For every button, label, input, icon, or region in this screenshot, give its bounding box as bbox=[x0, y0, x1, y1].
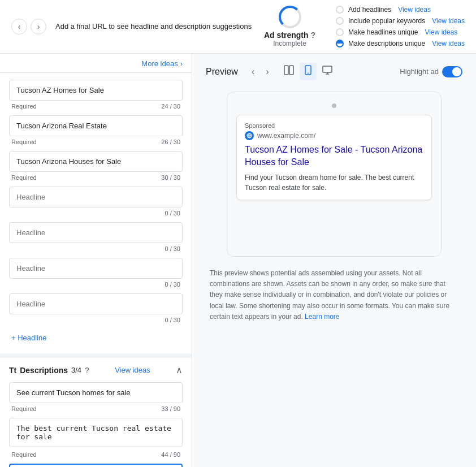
checklist-radio-2 bbox=[336, 17, 344, 25]
desc-badge: 3/4 bbox=[71, 366, 81, 374]
headline-field-1: Required 24 / 30 bbox=[9, 80, 183, 111]
checklist-item-unique-desc: Make descriptions unique View ideas bbox=[336, 40, 465, 47]
checklist-label-4: Make descriptions unique bbox=[348, 40, 425, 47]
checklist-link-4[interactable]: View ideas bbox=[432, 40, 465, 47]
desc-collapse-button[interactable]: ∧ bbox=[176, 365, 183, 375]
desc-view-ideas-link[interactable]: View ideas bbox=[115, 366, 150, 374]
ad-url: www.example.com/ bbox=[257, 132, 315, 140]
preview-nav-next[interactable]: › bbox=[263, 64, 271, 79]
headline-field-2: Required 26 / 30 bbox=[9, 115, 183, 146]
top-bar: ‹ › Add a final URL to see headline and … bbox=[0, 0, 476, 54]
checklist-label-3: Make headlines unique bbox=[348, 28, 418, 36]
highlight-ad-control: Highlight ad bbox=[400, 66, 462, 77]
instruction-text: Add a final URL to see headline and desc… bbox=[55, 21, 255, 32]
headline-field-4: 0 / 30 bbox=[9, 187, 183, 218]
headline-field-5: 0 / 30 bbox=[9, 222, 183, 253]
main-layout: More ideas › Required 24 / 30 Required 2… bbox=[0, 54, 476, 467]
checklist-item-unique-headlines: Make headlines unique View ideas bbox=[336, 28, 465, 36]
headline-2-count: 26 / 30 bbox=[161, 139, 180, 145]
left-panel: More ideas › Required 24 / 30 Required 2… bbox=[0, 54, 192, 467]
ad-strength-info-icon[interactable]: ? bbox=[311, 31, 316, 40]
headline-7-count: 0 / 30 bbox=[165, 317, 180, 323]
view-split-button[interactable] bbox=[280, 63, 297, 80]
highlight-ad-label: Highlight ad bbox=[400, 67, 439, 76]
preview-title: Preview bbox=[206, 67, 238, 77]
right-panel: Preview ‹ › Highlight ad bbox=[192, 54, 476, 467]
headline-5-count: 0 / 30 bbox=[165, 245, 180, 252]
headline-input-4[interactable] bbox=[9, 187, 183, 207]
globe-icon bbox=[245, 131, 254, 140]
checklist-link-1[interactable]: View ideas bbox=[398, 6, 431, 14]
desc-info-icon[interactable]: ? bbox=[85, 366, 89, 375]
desc-2-count: 44 / 90 bbox=[161, 451, 180, 458]
sponsored-label: Sponsored bbox=[245, 122, 423, 129]
desc-1-required: Required bbox=[11, 405, 37, 412]
desc-title: Descriptions bbox=[20, 366, 68, 375]
more-ideas-link[interactable]: More ideas › bbox=[141, 59, 183, 68]
ad-description: Find your Tucson dream home for sale. Th… bbox=[245, 172, 423, 193]
headline-3-count: 30 / 30 bbox=[161, 174, 180, 181]
headline-input-2[interactable] bbox=[9, 115, 183, 136]
phone-mockup: Sponsored www.example.com/ Tucson AZ Hom… bbox=[227, 92, 441, 256]
view-desktop-button[interactable] bbox=[319, 63, 336, 80]
ad-url-row: www.example.com/ bbox=[245, 131, 423, 140]
headline-input-3[interactable] bbox=[9, 151, 183, 172]
preview-view-buttons bbox=[280, 63, 336, 80]
headline-field-3: Required 30 / 30 bbox=[9, 151, 183, 182]
checklist: Add headlines View ideas Include popular… bbox=[336, 6, 465, 47]
headline-input-1[interactable] bbox=[9, 80, 183, 101]
nav-arrows: ‹ › bbox=[11, 19, 46, 34]
headline-1-count: 24 / 30 bbox=[161, 103, 180, 110]
checklist-label-2: Include popular keywords bbox=[348, 17, 425, 25]
headline-fields: Required 24 / 30 Required 26 / 30 Requir… bbox=[0, 73, 192, 353]
ad-strength-section: Ad strength ? Incomplete bbox=[264, 6, 315, 47]
headline-field-7: 0 / 30 bbox=[9, 293, 183, 325]
headline-input-6[interactable] bbox=[9, 258, 183, 279]
headline-input-5[interactable] bbox=[9, 222, 183, 243]
desc-1-count: 33 / 90 bbox=[161, 405, 180, 412]
nav-prev-button[interactable]: ‹ bbox=[11, 19, 27, 34]
desc-field-2: The best current Tucson real estate for … bbox=[9, 418, 183, 459]
ad-strength-status: Incomplete bbox=[273, 40, 306, 47]
svg-rect-0 bbox=[284, 66, 288, 75]
ad-headline: Tucson AZ Homes for Sale - Tucson Arizon… bbox=[245, 144, 423, 169]
checklist-radio-3 bbox=[336, 28, 344, 36]
split-view-icon bbox=[284, 65, 294, 75]
checklist-link-3[interactable]: View ideas bbox=[425, 28, 458, 36]
desktop-view-icon bbox=[322, 65, 332, 75]
mobile-view-icon bbox=[303, 65, 313, 75]
nav-next-button[interactable]: › bbox=[31, 19, 46, 34]
checklist-item-keywords: Include popular keywords View ideas bbox=[336, 17, 465, 25]
ad-card: Sponsored www.example.com/ Tucson AZ Hom… bbox=[236, 115, 432, 200]
desc-input-1[interactable] bbox=[9, 382, 183, 403]
headline-6-count: 0 / 30 bbox=[165, 281, 180, 288]
desc-title-group: Tt Descriptions 3/4 ? bbox=[9, 366, 89, 375]
highlight-ad-toggle[interactable] bbox=[442, 66, 462, 77]
headline-1-required: Required bbox=[11, 103, 37, 110]
desc-type-icon: Tt bbox=[9, 366, 16, 375]
desc-input-2[interactable]: The best current Tucson real estate for … bbox=[9, 418, 183, 447]
desc-field-3: 📌 ? 36 / 90 bbox=[9, 464, 183, 467]
ad-strength-circle bbox=[279, 6, 301, 28]
ad-preview-card: Sponsored www.example.com/ Tucson AZ Hom… bbox=[227, 92, 442, 257]
headline-field-6: 0 / 30 bbox=[9, 258, 183, 289]
headline-2-required: Required bbox=[11, 139, 37, 145]
checklist-link-2[interactable]: View ideas bbox=[432, 17, 465, 25]
headline-3-required: Required bbox=[11, 174, 37, 181]
desc-field-1: Required 33 / 90 bbox=[9, 382, 183, 413]
view-mobile-button[interactable] bbox=[300, 63, 317, 80]
svg-rect-1 bbox=[289, 66, 293, 75]
learn-more-link[interactable]: Learn more bbox=[305, 313, 339, 321]
descriptions-section: Tt Descriptions 3/4 ? View ideas ∧ Requi… bbox=[0, 353, 192, 467]
add-headline-button[interactable]: + Headline bbox=[9, 329, 49, 347]
svg-point-3 bbox=[308, 73, 309, 74]
preview-header: Preview ‹ › Highlight ad bbox=[206, 63, 462, 80]
headline-4-count: 0 / 30 bbox=[165, 210, 180, 217]
checklist-label-1: Add headlines bbox=[348, 6, 391, 14]
preview-nav-prev[interactable]: ‹ bbox=[249, 64, 257, 79]
svg-rect-4 bbox=[323, 66, 332, 72]
ad-strength-label: Ad strength ? bbox=[264, 31, 315, 40]
headline-input-7[interactable] bbox=[9, 293, 183, 314]
preview-disclaimer: This preview shows potential ads assembl… bbox=[210, 268, 458, 322]
descriptions-header: Tt Descriptions 3/4 ? View ideas ∧ bbox=[9, 365, 183, 375]
